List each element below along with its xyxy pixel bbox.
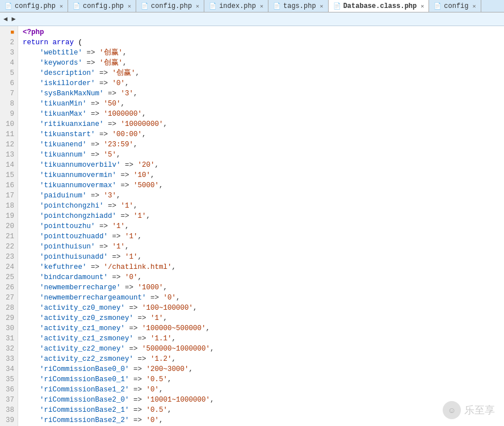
- code-line: 'tikuanMin' => '50',: [23, 99, 499, 109]
- code-line: 'newmemberrecharge' => '1000',: [23, 282, 499, 293]
- tab-label: tags.php: [283, 2, 316, 10]
- code-line: 'tikuanstart' => '00:00',: [23, 129, 499, 140]
- line-number: 36: [2, 385, 14, 395]
- line-number: 31: [2, 334, 14, 344]
- tab-item[interactable]: 📄config.php✕: [68, 0, 136, 12]
- line-number: 32: [2, 344, 14, 354]
- code-line: 'pointtouzhu' => '1',: [23, 221, 499, 231]
- code-line: 'sysBankMaxNum' => '3',: [23, 88, 499, 99]
- line-number: 23: [2, 252, 14, 262]
- code-line: <?php: [23, 27, 499, 37]
- code-line: 'activity_cz0_zsmoney' => '1',: [23, 313, 499, 323]
- line-number: 10: [2, 119, 14, 129]
- code-line: 'keywords' => '创赢',: [23, 58, 499, 68]
- tab-item[interactable]: 📄config.php✕: [136, 0, 204, 12]
- line-number: 33: [2, 354, 14, 364]
- tab-close-button[interactable]: ✕: [60, 3, 63, 10]
- code-area[interactable]: <?phpreturn array ( 'webtitle' => '创赢', …: [18, 26, 504, 426]
- line-gutter: ■234567891011121314151617181920212223242…: [0, 26, 18, 426]
- line-number: 29: [2, 313, 14, 323]
- line-number: 30: [2, 323, 14, 334]
- code-line: 'activity_cz1_zsmoney' => '1.1',: [23, 334, 499, 344]
- code-line: 'pointtouzhuadd' => '1',: [23, 231, 499, 242]
- code-line: 'webtitle' => '创赢',: [23, 48, 499, 58]
- line-number: 16: [2, 180, 14, 191]
- line-number: 35: [2, 374, 14, 385]
- code-line: 'tikuannumovermax' => '5000',: [23, 180, 499, 191]
- code-line: 'activity_cz2_zsmoney' => '1.2',: [23, 354, 499, 364]
- tab-close-button[interactable]: ✕: [260, 3, 263, 10]
- tab-bar: 📄config.php✕📄config.php✕📄config.php✕📄ind…: [0, 0, 504, 12]
- line-number: 25: [2, 272, 14, 282]
- code-line: 'paiduinum' => '3',: [23, 191, 499, 201]
- line-number: 24: [2, 262, 14, 272]
- line-number: 7: [2, 88, 14, 99]
- code-line: 'bindcardamount' => '0',: [23, 272, 499, 282]
- editor: ■234567891011121314151617181920212223242…: [0, 26, 504, 426]
- code-line: return array (: [23, 37, 499, 48]
- line-number: ■: [2, 27, 14, 37]
- code-line: 'ritikuanxiane' => '10000000',: [23, 119, 499, 129]
- line-number: 39: [2, 415, 14, 425]
- tab-item[interactable]: 📄Database.class.php✕: [329, 0, 430, 12]
- code-line: 'pointhuisun' => '1',: [23, 242, 499, 252]
- code-line: 'tikuanend' => '23:59',: [23, 140, 499, 150]
- tab-close-button[interactable]: ✕: [421, 3, 424, 10]
- tab-icon: 📄: [5, 2, 12, 10]
- tab-item[interactable]: 📄config.php✕: [0, 0, 68, 12]
- code-line: 'riCommissionBase1_2' => '0',: [23, 385, 499, 395]
- code-line: 'tikuannumovermin' => '10',: [23, 170, 499, 180]
- tab-label: Database.class.php: [343, 2, 417, 10]
- tab-icon: 📄: [141, 2, 149, 10]
- line-number: 14: [2, 160, 14, 170]
- code-line: 'riCommissionBase0_1' => '0.5',: [23, 374, 499, 385]
- line-number: 12: [2, 140, 14, 150]
- line-number: 13: [2, 150, 14, 160]
- tab-icon: 📄: [209, 2, 217, 10]
- line-number: 22: [2, 242, 14, 252]
- code-line: 'riCommissionBase2_2' => '0',: [23, 415, 499, 425]
- code-line: 'pointhuisunadd' => '1',: [23, 252, 499, 262]
- line-number: 17: [2, 191, 14, 201]
- code-line: 'pointchongzhi' => '1',: [23, 201, 499, 211]
- line-number: 28: [2, 303, 14, 313]
- code-line: 'tikuannumoverbilv' => '20',: [23, 160, 499, 170]
- line-number: 3: [2, 48, 14, 58]
- line-number: 20: [2, 221, 14, 231]
- line-number: 15: [2, 170, 14, 180]
- toolbar-path: ◀ ▶: [3, 15, 16, 23]
- code-line: 'iskillorder' => '0',: [23, 78, 499, 88]
- php-tag: <?php: [23, 28, 44, 36]
- code-line: 'tikuannum' => '5',: [23, 150, 499, 160]
- tab-label: config.php: [151, 2, 192, 10]
- code-line: 'newmemberrechargeamount' => '0',: [23, 293, 499, 303]
- line-number: 11: [2, 129, 14, 140]
- toolbar: ◀ ▶: [0, 12, 504, 26]
- code-line: 'riCommissionBase2_1' => '0.5',: [23, 405, 499, 415]
- tab-item[interactable]: 📄index.php✕: [204, 0, 268, 12]
- tab-close-button[interactable]: ✕: [128, 3, 131, 10]
- line-number: 6: [2, 78, 14, 88]
- tab-item[interactable]: 📄config✕: [429, 0, 481, 12]
- line-number: 9: [2, 109, 14, 119]
- line-number: 5: [2, 68, 14, 78]
- line-number: 4: [2, 58, 14, 68]
- tab-label: config.php: [83, 2, 124, 10]
- tab-close-button[interactable]: ✕: [473, 3, 476, 10]
- tab-close-button[interactable]: ✕: [320, 3, 324, 10]
- line-number: 38: [2, 405, 14, 415]
- tab-close-button[interactable]: ✕: [196, 3, 199, 10]
- tab-icon: 📄: [333, 2, 341, 10]
- tab-label: index.php: [219, 2, 256, 10]
- line-number: 8: [2, 99, 14, 109]
- line-number: 2: [2, 37, 14, 48]
- code-line: 'activity_cz1_money' => '100000~500000',: [23, 323, 499, 334]
- line-number: 27: [2, 293, 14, 303]
- code-line: 'riCommissionBase0_0' => '200~3000',: [23, 364, 499, 374]
- code-line: 'activity_cz2_money' => '500000~1000000'…: [23, 344, 499, 354]
- tab-label: config: [444, 2, 468, 10]
- code-line: 'activity_cz0_money' => '100~100000',: [23, 303, 499, 313]
- tab-icon: 📄: [434, 2, 442, 10]
- tab-icon: 📄: [273, 2, 281, 10]
- tab-item[interactable]: 📄tags.php✕: [268, 0, 329, 12]
